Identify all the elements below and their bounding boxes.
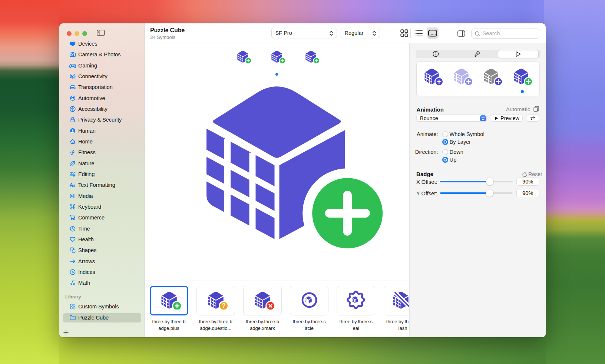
svg-text:A: A — [72, 270, 74, 274]
svg-text:a: a — [73, 183, 76, 188]
